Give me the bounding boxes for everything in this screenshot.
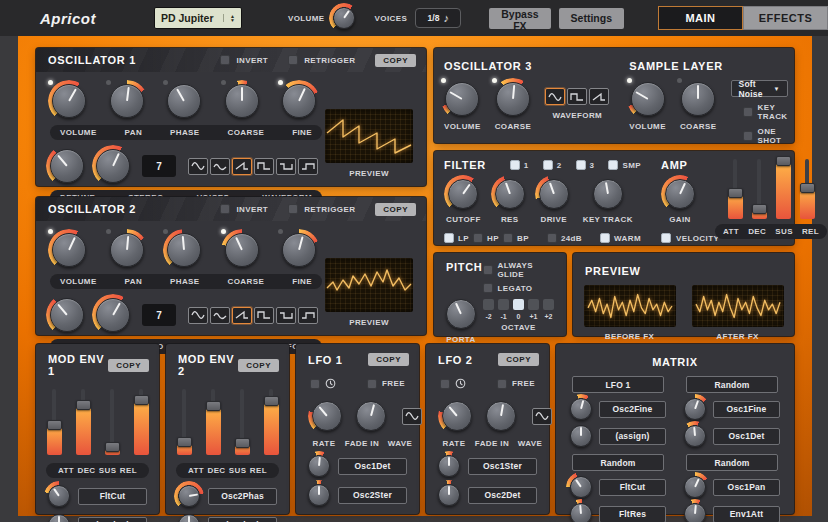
retrigger-checkbox[interactable] [288, 55, 298, 65]
copy-button[interactable]: COPY [238, 359, 279, 372]
drive-knob[interactable] [539, 179, 569, 209]
pulse-wave-button[interactable] [276, 307, 296, 324]
fade-in-knob[interactable] [486, 401, 516, 431]
db24-checkbox[interactable] [547, 233, 557, 243]
coarse-knob[interactable] [225, 233, 259, 267]
phase-knob[interactable] [167, 84, 201, 118]
mod-amount-knob[interactable] [48, 485, 70, 507]
sustain-slider[interactable] [105, 389, 120, 455]
porta-knob[interactable] [446, 299, 476, 329]
slider-handle[interactable] [800, 183, 815, 193]
settings-button[interactable]: Settings [559, 8, 624, 29]
fine-knob[interactable] [282, 84, 316, 118]
matrix-target-slot[interactable]: Osc1Fine [713, 401, 780, 418]
coarse-knob[interactable] [225, 84, 259, 118]
slider-handle[interactable] [76, 400, 91, 410]
coarse-knob[interactable] [496, 82, 530, 116]
route-3-checkbox[interactable] [576, 160, 586, 170]
octave-0-button[interactable] [513, 299, 524, 310]
cutoff-knob[interactable] [448, 179, 478, 209]
copy-button[interactable]: COPY [108, 359, 149, 372]
matrix-amount-knob[interactable] [570, 425, 592, 447]
retrigger-checkbox[interactable] [288, 204, 298, 214]
volume-knob[interactable] [445, 82, 479, 116]
mod-target-slot[interactable]: Osc1Ster [468, 458, 537, 475]
pulse-wave-button[interactable] [276, 158, 296, 175]
saw-wave-button[interactable] [232, 307, 252, 324]
saw-wave-button[interactable] [232, 158, 252, 175]
mod-amount-knob[interactable] [178, 485, 200, 507]
sine-wave-button[interactable] [545, 88, 565, 105]
pan-knob[interactable] [110, 84, 144, 118]
slider-handle[interactable] [752, 204, 767, 214]
slider-handle[interactable] [728, 188, 743, 198]
bypass-fx-button[interactable]: Bypass FX [489, 8, 550, 29]
decay-slider[interactable] [752, 159, 767, 219]
voices-count[interactable]: 7 [142, 155, 176, 177]
release-slider[interactable] [800, 159, 815, 219]
mod-amount-knob[interactable] [438, 455, 460, 477]
mod-amount-knob[interactable] [308, 484, 330, 506]
detune-knob[interactable] [50, 149, 84, 183]
release-slider[interactable] [264, 389, 279, 455]
mod-target-slot[interactable]: (assign) [78, 517, 147, 522]
key-track-knob[interactable] [593, 179, 623, 209]
volume-knob[interactable] [52, 233, 86, 267]
tab-main[interactable]: MAIN [658, 6, 743, 30]
copy-button[interactable]: COPY [498, 353, 539, 366]
matrix-amount-knob[interactable] [684, 503, 706, 522]
matrix-amount-knob[interactable] [570, 398, 592, 420]
pulse2-wave-button[interactable] [298, 307, 318, 324]
preset-selector[interactable]: PD Jupiter ▲▼ [154, 7, 242, 29]
matrix-amount-knob[interactable] [684, 425, 706, 447]
velocity-checkbox[interactable] [661, 233, 671, 243]
stereo-knob[interactable] [96, 298, 130, 332]
volume-knob[interactable] [631, 82, 665, 116]
slider-handle[interactable] [206, 401, 221, 411]
coarse-knob[interactable] [681, 82, 715, 116]
bp-checkbox[interactable] [503, 233, 513, 243]
legato-checkbox[interactable] [483, 283, 493, 293]
triangle-wave-button[interactable] [210, 158, 230, 175]
rate-knob[interactable] [442, 401, 472, 431]
matrix-target-slot[interactable]: Env1Att [713, 506, 780, 522]
decay-slider[interactable] [206, 389, 221, 455]
fade-in-knob[interactable] [356, 401, 386, 431]
lfo-wave-button[interactable] [532, 408, 552, 425]
matrix-amount-knob[interactable] [570, 476, 592, 498]
triangle-wave-button[interactable] [210, 307, 230, 324]
slider-handle[interactable] [264, 396, 279, 406]
matrix-target-slot[interactable]: Osc1Det [713, 428, 780, 445]
matrix-target-slot[interactable]: FltRes [599, 506, 666, 522]
mod-target-slot[interactable]: Osc1Det [338, 458, 407, 475]
mod-target-slot[interactable]: FltCut [78, 488, 147, 505]
lp-checkbox[interactable] [444, 233, 454, 243]
saw-wave-button[interactable] [589, 88, 609, 105]
octave-plus2-button[interactable] [543, 299, 554, 310]
matrix-source-slot[interactable]: Random [572, 454, 664, 471]
attack-slider[interactable] [47, 389, 62, 455]
invert-checkbox[interactable] [220, 55, 230, 65]
sine-wave-button[interactable] [188, 307, 208, 324]
sync-checkbox[interactable] [440, 379, 450, 389]
attack-slider[interactable] [728, 159, 743, 219]
mod-amount-knob[interactable] [308, 455, 330, 477]
detune-knob[interactable] [50, 298, 84, 332]
sustain-slider[interactable] [235, 389, 250, 455]
hp-checkbox[interactable] [473, 233, 483, 243]
one-shot-checkbox[interactable] [743, 131, 753, 141]
octave-minus1-button[interactable] [498, 299, 509, 310]
phase-knob[interactable] [167, 233, 201, 267]
voices-value-box[interactable]: 1/8 ♪ [415, 8, 461, 28]
free-checkbox[interactable] [367, 379, 377, 389]
matrix-amount-knob[interactable] [570, 503, 592, 522]
slider-handle[interactable] [105, 442, 120, 452]
mod-amount-knob[interactable] [48, 514, 70, 522]
sample-dropdown[interactable]: Soft Noise ▼ [731, 80, 788, 97]
square-wave-button[interactable] [567, 88, 587, 105]
release-slider[interactable] [134, 389, 149, 455]
lfo-wave-button[interactable] [402, 408, 422, 425]
matrix-source-slot[interactable]: Random [686, 376, 778, 393]
free-checkbox[interactable] [497, 379, 507, 389]
preset-stepper-icon[interactable]: ▲▼ [223, 14, 235, 22]
